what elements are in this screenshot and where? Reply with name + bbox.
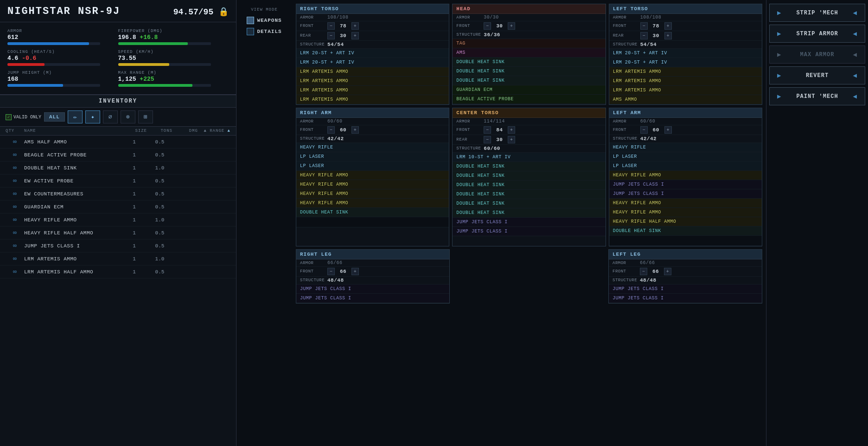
ct-slot-0[interactable]: LRM 10-ST + ART IV xyxy=(453,153,605,162)
inventory-row-5[interactable]: ∞ GUARDIAN ECM 1 0.5 xyxy=(0,200,236,213)
lt-slot-3[interactable]: LRM ARTEMIS AMMO xyxy=(609,77,762,86)
ra-slot-0[interactable]: HEAVY RIFLE xyxy=(296,143,449,152)
inventory-row-1[interactable]: ∞ BEAGLE ACTIVE PROBE 1 0.5 xyxy=(0,149,236,162)
inventory-row-2[interactable]: ∞ DOUBLE HEAT SINK 1 1.0 xyxy=(0,162,236,175)
ct-slot-5[interactable]: DOUBLE HEAT SINK xyxy=(453,199,605,208)
inventory-row-8[interactable]: ∞ JUMP JETS CLASS I 1 0.5 xyxy=(0,239,236,252)
inventory-row-7[interactable]: ∞ HEAVY RIFLE HALF AMMO 1 0.5 xyxy=(0,226,236,239)
la-slot-1[interactable]: LP LASER xyxy=(609,152,762,162)
filter-ballistic-icon[interactable]: ⌀ xyxy=(103,110,118,123)
ct-slot-4[interactable]: DOUBLE HEAT SINK xyxy=(453,190,605,199)
lt-slot-5[interactable]: AMS AMMO xyxy=(609,95,762,104)
ct-front-minus[interactable]: − xyxy=(484,126,491,134)
la-slot-9[interactable]: DOUBLE HEAT SINK xyxy=(609,226,762,236)
strip-armor-button[interactable]: ▶ STRIP ARMOR ◀ xyxy=(769,25,865,43)
revert-button[interactable]: ▶ REVERT ◀ xyxy=(769,66,865,84)
ra-slot-3[interactable]: HEAVY RIFLE AMMO xyxy=(296,171,449,180)
ll-slot-1[interactable]: JUMP JETS CLASS I xyxy=(609,294,762,303)
rt-slot-2[interactable]: LRM ARTEMIS AMMO xyxy=(296,67,449,77)
filter-energy-icon[interactable]: ✦ xyxy=(85,110,100,123)
ll-front-minus[interactable]: − xyxy=(640,268,647,275)
ct-rear-minus[interactable]: − xyxy=(484,136,491,143)
rt-rear-plus[interactable]: + xyxy=(351,32,359,39)
paint-mech-button[interactable]: ▶ PAINT 'MECH ◀ xyxy=(769,87,865,105)
ct-slot-8[interactable]: JUMP JETS CLASS I xyxy=(453,227,605,236)
h-slot-5[interactable]: GUARDIAN ECM xyxy=(453,85,605,95)
inventory-row-6[interactable]: ∞ HEAVY RIFLE AMMO 1 1.0 xyxy=(0,213,236,226)
rt-front-minus[interactable]: − xyxy=(327,22,335,30)
ra-slot-1[interactable]: LP LASER xyxy=(296,152,449,162)
la-slot-7[interactable]: HEAVY RIFLE AMMO xyxy=(609,208,762,217)
filter-all-button[interactable]: ALL xyxy=(44,112,65,122)
rt-slot-0[interactable]: LRM 20-ST + ART IV xyxy=(296,49,449,58)
la-slot-6[interactable]: HEAVY RIFLE AMMO xyxy=(609,199,762,208)
filter-missile-icon[interactable]: ⊗ xyxy=(121,110,135,123)
valid-only-checkbox[interactable]: ✓ xyxy=(6,114,12,120)
ra-front-plus[interactable]: + xyxy=(351,126,359,134)
inventory-row-10[interactable]: ∞ LRM ARTEMIS HALF AMMO 1 0.5 xyxy=(0,265,236,278)
h-front-minus[interactable]: − xyxy=(484,22,491,30)
h-slot-1[interactable]: AMS xyxy=(453,48,605,58)
lt-front-minus[interactable]: − xyxy=(640,22,648,30)
filter-weapons-icon[interactable]: ✏ xyxy=(68,110,83,123)
ra-slot-5[interactable]: HEAVY RIFLE AMMO xyxy=(296,189,449,199)
rl-front-plus[interactable]: + xyxy=(351,268,359,275)
ra-slot-7[interactable]: DOUBLE HEAT SINK xyxy=(296,208,449,217)
ct-slot-6[interactable]: DOUBLE HEAT SINK xyxy=(453,208,605,218)
inventory-row-3[interactable]: ∞ EW ACTIVE PROBE 1 0.5 xyxy=(0,175,236,187)
la-front-minus[interactable]: − xyxy=(640,126,648,134)
max-armor-button[interactable]: ▶ MAX ARMOR ◀ xyxy=(769,45,865,64)
h-slot-6[interactable]: BEAGLE ACTIVE PROBE xyxy=(453,95,605,104)
h-slot-0[interactable]: TAG xyxy=(453,39,605,48)
details-view-btn[interactable]: DETAILS xyxy=(245,27,283,36)
lt-slot-4[interactable]: LRM ARTEMIS AMMO xyxy=(609,86,762,95)
rt-rear-minus[interactable]: − xyxy=(327,32,335,39)
ll-front-plus[interactable]: + xyxy=(664,268,671,275)
la-slot-0[interactable]: HEAVY RIFLE xyxy=(609,143,762,152)
h-slot-3[interactable]: DOUBLE HEAT SINK xyxy=(453,67,605,76)
la-slot-2[interactable]: LP LASER xyxy=(609,162,762,171)
rt-slot-1[interactable]: LRM 20-ST + ART IV xyxy=(296,58,449,67)
strip-mech-button[interactable]: ▶ STRIP 'MECH ◀ xyxy=(769,4,865,22)
rl-slot-1[interactable]: JUMP JETS CLASS I xyxy=(296,294,449,303)
h-front-plus[interactable]: + xyxy=(508,22,515,30)
rt-slot-4[interactable]: LRM ARTEMIS AMMO xyxy=(296,86,449,95)
la-front-plus[interactable]: + xyxy=(664,126,672,134)
weapons-view-btn[interactable]: WEAPONS xyxy=(245,16,283,25)
h-slot-2[interactable]: DOUBLE HEAT SINK xyxy=(453,58,605,67)
inventory-row-9[interactable]: ∞ LRM ARTEMIS AMMO 1 1.0 xyxy=(0,252,236,265)
rt-slot-5[interactable]: LRM ARTEMIS AMMO xyxy=(296,95,449,104)
inventory-row-4[interactable]: ∞ EW COUNTERMEASURES 1 0.5 xyxy=(0,187,236,200)
valid-only-filter[interactable]: ✓ VALID ONLY xyxy=(6,114,41,120)
rt-slot-3[interactable]: LRM ARTEMIS AMMO xyxy=(296,77,449,86)
inventory-row-0[interactable]: ∞ AMS HALF AMMO 1 0.5 xyxy=(0,136,236,149)
ct-slot-1[interactable]: DOUBLE HEAT SINK xyxy=(453,162,605,171)
rl-slot-0[interactable]: JUMP JETS CLASS I xyxy=(296,284,449,294)
la-slot-5[interactable]: JUMP JETS CLASS I xyxy=(609,189,762,199)
ra-slot-4[interactable]: HEAVY RIFLE AMMO xyxy=(296,180,449,189)
rt-front-plus[interactable]: + xyxy=(351,22,359,30)
la-slot-4[interactable]: JUMP JETS CLASS I xyxy=(609,180,762,189)
lt-slot-1[interactable]: LRM 20-ST + ART IV xyxy=(609,58,762,67)
left-arm-title: LEFT ARM xyxy=(609,108,762,118)
ct-slot-3[interactable]: DOUBLE HEAT SINK xyxy=(453,181,605,190)
ct-rear-plus[interactable]: + xyxy=(508,136,515,143)
la-slot-3[interactable]: HEAVY RIFLE AMMO xyxy=(609,171,762,180)
lt-rear-plus[interactable]: + xyxy=(664,32,672,39)
ll-slot-0[interactable]: JUMP JETS CLASS I xyxy=(609,284,762,294)
ct-slot-2[interactable]: DOUBLE HEAT SINK xyxy=(453,171,605,181)
lt-slot-2[interactable]: LRM ARTEMIS AMMO xyxy=(609,67,762,77)
col-range[interactable]: ▲ RANGE xyxy=(198,129,230,133)
filter-equipment-icon[interactable]: ⊞ xyxy=(138,110,153,123)
lt-front-plus[interactable]: + xyxy=(664,22,672,30)
lt-slot-0[interactable]: LRM 20-ST + ART IV xyxy=(609,49,762,58)
rl-front-minus[interactable]: − xyxy=(327,268,335,275)
lt-rear-minus[interactable]: − xyxy=(640,32,648,39)
la-slot-8[interactable]: HEAVY RIFLE HALF AMMO xyxy=(609,217,762,226)
h-slot-4[interactable]: DOUBLE HEAT SINK xyxy=(453,76,605,85)
ra-front-minus[interactable]: − xyxy=(327,126,335,134)
ct-slot-7[interactable]: JUMP JETS CLASS I xyxy=(453,218,605,227)
ct-front-plus[interactable]: + xyxy=(508,126,515,134)
ra-slot-6[interactable]: HEAVY RIFLE AMMO xyxy=(296,199,449,208)
ra-slot-2[interactable]: LP LASER xyxy=(296,162,449,171)
